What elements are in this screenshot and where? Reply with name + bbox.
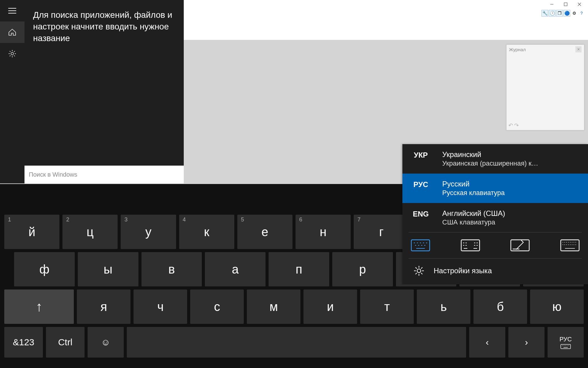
search-hint: Для поиска приложений, файлов и настроек…	[33, 9, 175, 44]
tool-icon-1[interactable]: 🔧	[541, 10, 548, 17]
svg-rect-16	[561, 344, 571, 349]
key-ч[interactable]: ч	[134, 289, 187, 324]
language-key[interactable]: РУС	[548, 327, 584, 358]
svg-line-13	[14, 56, 15, 56]
language-code: УКР	[409, 150, 433, 159]
key-й[interactable]: 1й	[4, 215, 59, 249]
history-nav: ↶ ↷	[508, 122, 519, 129]
key-к[interactable]: 4к	[179, 215, 234, 249]
search-panel: Для поиска приложений, файлов и настроек…	[0, 0, 184, 183]
language-name: Английский (США)	[442, 209, 579, 218]
language-code: РУС	[409, 179, 433, 189]
right-arrow-key[interactable]: ›	[508, 327, 545, 358]
close-button[interactable]	[572, 0, 586, 9]
key-ю[interactable]: ю	[530, 289, 584, 324]
gear-icon	[413, 265, 424, 276]
history-redo-icon[interactable]: ↷	[514, 122, 519, 129]
svg-line-73	[416, 273, 417, 274]
key-у[interactable]: 3у	[121, 215, 176, 249]
gear-icon[interactable]: ⚙	[571, 10, 578, 17]
key-ы[interactable]: ы	[78, 252, 138, 286]
key-ц[interactable]: 2ц	[62, 215, 118, 249]
ctrl-key[interactable]: Ctrl	[46, 327, 85, 358]
svg-line-72	[421, 267, 422, 269]
history-undo-icon[interactable]: ↶	[508, 122, 513, 129]
left-arrow-key[interactable]: ‹	[469, 327, 505, 358]
layout-split-icon[interactable]	[460, 239, 481, 252]
clock-icon[interactable]: 🕑	[549, 10, 556, 17]
key-и[interactable]: и	[303, 289, 357, 324]
language-option-укр[interactable]: УКРУкраинскийУкраинская (расширенная) к…	[402, 144, 588, 174]
language-key-label: РУС	[560, 336, 572, 343]
key-в[interactable]: в	[141, 252, 202, 286]
svg-line-15	[10, 56, 11, 56]
key-н[interactable]: 6н	[296, 215, 351, 249]
home-button[interactable]	[0, 21, 24, 43]
svg-rect-1	[564, 3, 567, 6]
layout-full-icon[interactable]	[559, 239, 581, 252]
emoji-key[interactable]: ☺	[88, 327, 124, 358]
help-icon[interactable]: ?	[578, 10, 585, 17]
language-settings-label: Настройки языка	[434, 266, 492, 275]
maximize-button[interactable]	[559, 0, 572, 9]
search-input[interactable]	[29, 171, 179, 178]
app-toolbar: 🔧 🕑 ❐ 🔵 ⚙ ?	[541, 10, 585, 17]
keyboard-layout-row	[402, 232, 588, 258]
search-input-wrap[interactable]	[24, 166, 184, 183]
space-key[interactable]	[127, 327, 466, 358]
svg-rect-23	[411, 240, 430, 251]
key-ь[interactable]: ь	[417, 289, 470, 324]
layout-standard-icon[interactable]	[410, 239, 431, 252]
language-name: Украинский	[442, 150, 579, 159]
language-option-рус[interactable]: РУСРусскийРусская клавиатура	[402, 174, 588, 203]
key-а[interactable]: а	[205, 252, 266, 286]
keyboard-icon	[560, 344, 571, 349]
language-settings-row[interactable]: Настройки языка	[402, 259, 588, 284]
key-е[interactable]: 5е	[237, 215, 292, 249]
language-code: ENG	[409, 209, 433, 218]
key-р[interactable]: р	[332, 252, 393, 286]
svg-line-12	[10, 51, 11, 52]
history-close-button[interactable]: ✕	[575, 46, 582, 52]
color-icon[interactable]: 🔵	[564, 10, 570, 17]
hamburger-button[interactable]	[0, 0, 24, 21]
key-я[interactable]: я	[77, 289, 130, 324]
language-sub: Русская клавиатура	[442, 189, 579, 197]
window-controls	[543, 0, 588, 9]
minimize-button[interactable]	[545, 0, 559, 9]
svg-line-71	[421, 273, 422, 274]
key-т[interactable]: т	[360, 289, 414, 324]
svg-point-65	[417, 269, 421, 273]
svg-rect-47	[561, 240, 579, 251]
key-б[interactable]: б	[473, 289, 527, 324]
symbols-key[interactable]: &123	[4, 327, 43, 358]
language-sub: США клавиатура	[442, 218, 579, 227]
svg-line-14	[14, 51, 15, 52]
svg-line-70	[416, 267, 417, 269]
key-м[interactable]: м	[247, 289, 300, 324]
search-sidebar	[0, 0, 24, 166]
key-ф[interactable]: ф	[14, 252, 75, 286]
layout-handwriting-icon[interactable]	[509, 239, 531, 252]
svg-point-7	[11, 52, 13, 55]
key-п[interactable]: п	[269, 252, 329, 286]
language-popup: УКРУкраинскийУкраинская (расширенная) к……	[402, 144, 588, 284]
language-option-eng[interactable]: ENGАнглийский (США)США клавиатура	[402, 203, 588, 232]
language-sub: Украинская (расширенная) к…	[442, 159, 579, 168]
history-title: Журнал	[509, 47, 526, 52]
key-с[interactable]: с	[190, 289, 244, 324]
key-г[interactable]: 7г	[354, 215, 409, 249]
shift-key[interactable]: ↑	[4, 289, 74, 324]
window-icon[interactable]: ❐	[556, 10, 563, 17]
settings-button[interactable]	[0, 43, 24, 64]
language-name: Русский	[442, 179, 579, 189]
history-panel: Журнал ✕ ↶ ↷	[506, 44, 584, 130]
